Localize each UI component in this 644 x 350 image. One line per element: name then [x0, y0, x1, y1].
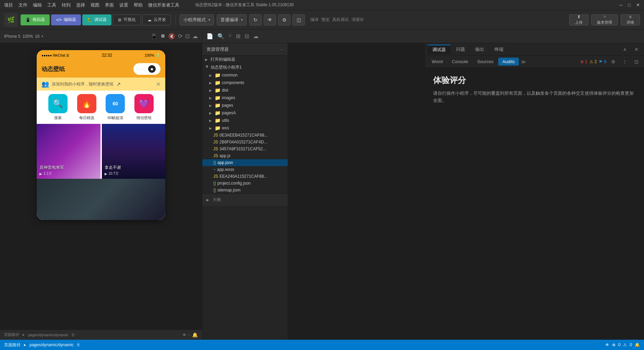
- preview-eye-button[interactable]: 👁: [264, 14, 276, 25]
- file-project-config[interactable]: {} project.config.json: [202, 180, 288, 187]
- window-minimize-btn[interactable]: ─: [619, 2, 622, 8]
- open-editors-section[interactable]: ▶ 打开的编辑器: [202, 56, 288, 63]
- folder-components[interactable]: ▶ 📁 components: [202, 79, 288, 86]
- files-icon[interactable]: 📄: [206, 33, 213, 39]
- file-appjs[interactable]: JS app.js: [202, 152, 288, 159]
- folder-images[interactable]: ▶ 📁 images: [202, 94, 288, 102]
- grid-cell-1[interactable]: 原神雷电将军 ▶ 1.1万: [37, 124, 100, 179]
- app-item-fps[interactable]: 60 60帧超清: [106, 94, 125, 120]
- app-item-couple[interactable]: 💜 情侣壁纸: [134, 94, 154, 120]
- visual-button[interactable]: ⊞ 可视化: [113, 14, 141, 25]
- cloud-files-icon[interactable]: ☁: [253, 33, 259, 39]
- grid-cell-2[interactable]: 拿走不谢 ▶ 10.7万: [102, 124, 166, 179]
- editor-button[interactable]: </> 编辑器: [51, 14, 81, 25]
- devtools-settings-btn[interactable]: ⚙: [608, 57, 618, 67]
- sound-icon[interactable]: 🔇: [168, 33, 175, 39]
- git-icon[interactable]: ⑂: [228, 33, 232, 39]
- file-2b6f[interactable]: JS 2B6F04A015271CAF4D...: [202, 139, 288, 145]
- file-sitemap[interactable]: {} sitemap.json: [202, 187, 288, 194]
- file-appwxss[interactable]: ~ app.wxss: [202, 166, 288, 173]
- copy-icon[interactable]: ⎘: [77, 342, 80, 347]
- subtab-wxml[interactable]: Wxml: [428, 58, 447, 66]
- window-close-btn[interactable]: ✕: [636, 2, 640, 8]
- resource-more-btn[interactable]: ···: [280, 47, 284, 52]
- file-appjson[interactable]: {} app.json: [202, 159, 288, 166]
- folder-wxs[interactable]: ▶ 📁 wxs: [202, 124, 288, 132]
- menu-item-select[interactable]: 选择: [76, 2, 85, 8]
- split-view-icon[interactable]: ⊞: [236, 33, 240, 39]
- file-0e3a[interactable]: JS 0E3AEEB415271CAF68...: [202, 132, 288, 139]
- project-root-section[interactable]: ▶ 动态壁纸小程序1: [202, 63, 288, 71]
- tab-debugger[interactable]: 调试器: [428, 45, 451, 54]
- menu-item-goto[interactable]: 转到: [62, 2, 71, 8]
- subtab-sources[interactable]: Sources: [473, 58, 498, 66]
- folder-pagesA[interactable]: ▶ 📁 pagesA: [202, 109, 288, 117]
- upload-button[interactable]: ⬆ 上传: [569, 14, 588, 25]
- file-3457[interactable]: JS 3457A9F315271CAF52...: [202, 145, 288, 152]
- devtools-expand-btn[interactable]: ∧: [620, 45, 630, 54]
- warning-count: 2: [595, 59, 597, 64]
- phone-mockup: ●●●●● WeChat ☰ 22:32 100% 🔋 动态壁纸 ··· ⏺: [37, 50, 165, 220]
- phone-icon[interactable]: 📱: [151, 33, 157, 39]
- network-dropdown-icon[interactable]: ▾: [41, 34, 43, 38]
- phone-banner-close[interactable]: ✕: [156, 81, 160, 88]
- diff-icon[interactable]: ⊟: [245, 33, 249, 39]
- menu-item-view[interactable]: 视图: [91, 2, 99, 8]
- more-status-icon[interactable]: ···: [188, 333, 191, 337]
- rotate-icon[interactable]: ⟳: [178, 33, 182, 39]
- refresh-button[interactable]: ↻: [249, 14, 262, 25]
- app-item-daily[interactable]: 🔥 每日精选: [77, 94, 96, 120]
- app-item-search[interactable]: 🔍 搜索: [48, 94, 68, 120]
- version-management-button[interactable]: ⑂ 版本管理: [591, 14, 618, 25]
- cloud-button[interactable]: ☁ 云开发: [142, 14, 171, 25]
- pages-arrow: ▶: [209, 104, 213, 107]
- menu-item-project[interactable]: 项目: [4, 2, 13, 8]
- copy-path-icon[interactable]: ⎘: [72, 332, 74, 337]
- details-icon: ≡: [629, 14, 631, 19]
- status-path-label: 页面路径: [4, 342, 21, 348]
- expand-icon[interactable]: ⊡: [185, 33, 190, 39]
- window-maximize-btn[interactable]: □: [628, 2, 631, 8]
- menu-item-file[interactable]: 文件: [19, 2, 27, 8]
- outline-section[interactable]: ▶ 大纲: [202, 194, 288, 206]
- subtab-audits[interactable]: Audits: [498, 58, 519, 66]
- simulator-button[interactable]: 📱 模拟器: [21, 14, 50, 25]
- layers-icon: ◫: [297, 17, 301, 23]
- grid-cell-3[interactable]: [37, 179, 165, 220]
- open-editors-label: 打开的编辑器: [211, 57, 235, 62]
- folder-utils[interactable]: ▶ 📁 utils: [202, 117, 288, 124]
- folder-common[interactable]: ▶ 📁 common: [202, 71, 288, 79]
- settings-gear-button[interactable]: ⚙: [278, 14, 290, 25]
- mode-dropdown[interactable]: 小程序模式: [180, 14, 214, 25]
- debugger-button[interactable]: 🐛 调试器: [82, 14, 111, 25]
- file-eea2[interactable]: JS EEA240A115271CAF88...: [202, 173, 288, 180]
- folder-dist[interactable]: ▶ 📁 dist: [202, 86, 288, 94]
- daily-app-label: 每日精选: [79, 115, 94, 120]
- devtools-maximize-btn[interactable]: ⊡: [632, 57, 641, 67]
- menu-item-wechat[interactable]: 微信开发者工具: [148, 2, 179, 8]
- tab-output[interactable]: 输出: [470, 45, 489, 54]
- search-files-icon[interactable]: 🔍: [217, 33, 224, 39]
- menu-item-interface[interactable]: 界面: [105, 2, 114, 8]
- phone-record-btn[interactable]: ⏺: [148, 65, 156, 73]
- devtools-more-btn[interactable]: ⋮: [620, 57, 630, 67]
- record-icon[interactable]: ⏺: [160, 33, 166, 39]
- tab-terminal[interactable]: 终端: [490, 45, 508, 54]
- compile-dropdown[interactable]: 普通编译: [217, 14, 247, 25]
- layers-button[interactable]: ◫: [293, 14, 305, 25]
- menu-item-settings[interactable]: 设置: [119, 2, 128, 8]
- menu-item-tools[interactable]: 工具: [47, 2, 56, 8]
- details-button[interactable]: ≡ 详情: [621, 14, 640, 25]
- menu-item-edit[interactable]: 编辑: [33, 2, 42, 8]
- menu-item-help[interactable]: 帮助: [134, 2, 143, 8]
- tab-problems[interactable]: 问题: [451, 45, 470, 54]
- cloud-sim-icon[interactable]: ☁: [192, 33, 198, 39]
- devtools-close-btn[interactable]: ✕: [632, 45, 641, 54]
- common-folder-icon: 📁: [215, 72, 220, 78]
- simulator-bottom-status: 页面路径 ▸ pages/dynamic/dynamic ⎘ 👁 ··· 🔔: [0, 329, 202, 340]
- subtab-console[interactable]: Console: [448, 58, 473, 66]
- folder-pages[interactable]: ▶ 📁 pages: [202, 102, 288, 109]
- more-tabs-icon[interactable]: ≫: [521, 59, 526, 65]
- phone-header-button[interactable]: ··· ⏺: [133, 63, 160, 75]
- tool-buttons-group: 📱 模拟器 </> 编辑器 🐛 调试器 ⊞ 可视化 ☁ 云开发: [21, 14, 171, 25]
